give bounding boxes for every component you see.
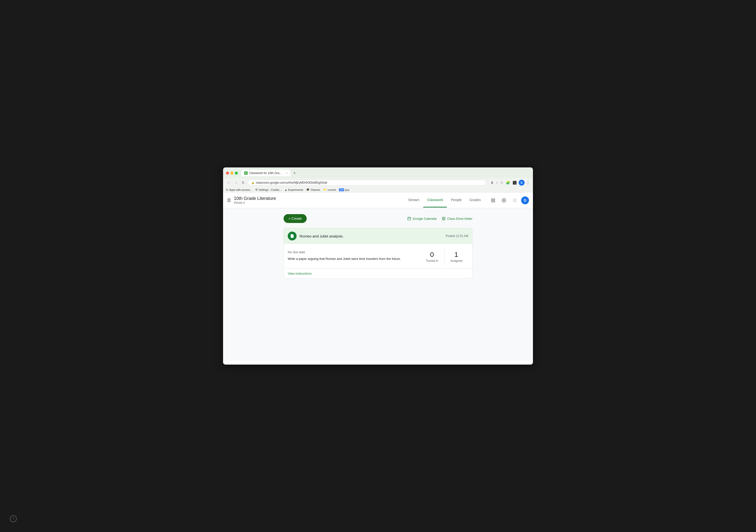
title-bar: C Classwork for 10th Grade Liter… × +	[223, 168, 533, 178]
assignment-text-section: No due date Write a paper arguing that R…	[288, 250, 420, 261]
calendar-view-button[interactable]	[489, 196, 498, 205]
settings-icon: ⚙	[255, 188, 258, 191]
assignment-title: Romeo and Juliet analysis.	[300, 234, 343, 238]
svg-point-9	[515, 200, 515, 200]
turned-in-number: 0	[426, 251, 438, 259]
content-wrapper: + Create Google Calendar Class Drive fol…	[280, 214, 476, 279]
svg-point-6	[515, 199, 515, 199]
hamburger-button[interactable]: ☰	[227, 198, 231, 203]
svg-point-13	[516, 201, 516, 202]
extension-icon[interactable]: 🧩	[505, 180, 511, 185]
svg-point-5	[513, 199, 514, 199]
assignment-title-row: Romeo and Juliet analysis.	[288, 231, 343, 240]
browser-window: C Classwork for 10th Grade Liter… × + ← …	[223, 168, 533, 364]
stat-assigned: 1 Assigned	[444, 249, 468, 265]
assignment-posted: Posted 11:51 AM	[446, 234, 468, 238]
bookmarks-bar: G Apps with access... ⚙ Settings - Cooki…	[223, 187, 533, 193]
assignment-body-inner: No due date Write a paper arguing that R…	[284, 244, 472, 268]
bookmark-experiments[interactable]: ▲ Experiments	[284, 188, 303, 191]
assignment-due-date: No due date	[288, 250, 420, 254]
view-instructions-link[interactable]: View instructions	[284, 269, 315, 278]
assignment-description: Write a paper arguing that Romeo and Jul…	[288, 256, 420, 261]
download-icon[interactable]: ⬇	[490, 180, 494, 185]
svg-point-8	[513, 200, 514, 200]
svg-rect-3	[494, 200, 495, 202]
top-actions: + Create Google Calendar Class Drive fol…	[284, 214, 472, 223]
turned-in-label: Turned in	[426, 259, 438, 263]
stat-turned-in: 0 Turned in	[420, 249, 444, 265]
class-drive-folder-label: Class Drive folder	[447, 217, 472, 221]
tab-bar: C Classwork for 10th Grade Liter… × +	[241, 170, 298, 176]
address-bar-row: ← → ↻ 🔒 classroom.google.com/u/0/w/NjEyM…	[223, 178, 533, 187]
traffic-lights	[226, 172, 238, 174]
bookmark-current-label: current	[328, 188, 336, 191]
share-icon[interactable]: ↑	[496, 180, 498, 185]
fullscreen-traffic-light[interactable]	[235, 172, 238, 174]
assignment-header: Romeo and Juliet analysis. Posted 11:51 …	[284, 228, 472, 244]
bookmark-current[interactable]: 📁 current	[323, 188, 336, 191]
tab-people[interactable]: People	[447, 193, 466, 207]
settings-button[interactable]	[500, 196, 508, 205]
svg-rect-1	[494, 199, 495, 200]
user-avatar-small[interactable]: D	[519, 180, 525, 186]
folder-icon: 📁	[323, 188, 327, 191]
svg-rect-14	[408, 217, 411, 220]
class-info: 10th Grade Literature Period 3	[234, 196, 276, 204]
active-tab[interactable]: C Classwork for 10th Grade Liter… ×	[241, 170, 290, 176]
assignment-icon	[288, 231, 297, 240]
tab-classwork[interactable]: Classwork	[423, 193, 447, 207]
bookmark-settings-label: Settings - Cookie...	[259, 188, 282, 191]
experiments-icon: ▲	[284, 188, 287, 191]
address-actions: ⬇ ↑ ☆ 🧩 ⬛ D ⋮	[490, 180, 530, 186]
url-text: classroom.google.com/u/0/w/NjEyMDI4ODlxM…	[256, 181, 327, 184]
svg-point-11	[513, 201, 514, 202]
google-calendar-link[interactable]: Google Calendar	[407, 217, 437, 221]
svg-point-7	[516, 199, 516, 199]
header-nav: Stream Classwork People Grades	[404, 193, 485, 207]
api-icon: API	[339, 188, 344, 191]
bookmark-gcp[interactable]: API gcp	[339, 188, 349, 191]
close-traffic-light[interactable]	[226, 172, 229, 174]
address-bar[interactable]: 🔒 classroom.google.com/u/0/w/NjEyMDI4ODl…	[248, 180, 486, 186]
google-icon: G	[226, 188, 228, 191]
assigned-number: 1	[450, 251, 462, 259]
bookmark-apps-label: Apps with access...	[229, 188, 252, 191]
quick-links: Google Calendar Class Drive folder	[407, 217, 472, 221]
google-calendar-label: Google Calendar	[413, 217, 437, 221]
svg-point-12	[515, 201, 515, 202]
tab-grades[interactable]: Grades	[466, 193, 485, 207]
bookmark-classes[interactable]: 🎓 Classes	[306, 188, 320, 191]
assignment-card: Romeo and Juliet analysis. Posted 11:51 …	[284, 228, 472, 279]
forward-button[interactable]: →	[233, 180, 239, 185]
bookmark-settings[interactable]: ⚙ Settings - Cookie...	[255, 188, 282, 191]
classes-icon: 🎓	[306, 188, 310, 191]
reload-button[interactable]: ↻	[241, 180, 246, 185]
new-tab-button[interactable]: +	[291, 170, 298, 176]
tab-favicon: C	[244, 171, 248, 175]
assigned-label: Assigned	[450, 259, 462, 263]
create-button[interactable]: + Create	[284, 214, 307, 223]
class-period: Period 3	[234, 201, 276, 204]
user-avatar[interactable]: D	[521, 197, 529, 204]
tab-close-button[interactable]: ×	[286, 172, 287, 174]
class-name: 10th Grade Literature	[234, 196, 276, 201]
star-icon[interactable]: ☆	[500, 180, 504, 185]
more-options-button[interactable]: ⋮	[526, 180, 530, 185]
sidebar-icon[interactable]: ⬛	[512, 180, 517, 185]
lock-icon: 🔒	[251, 181, 254, 184]
stats-row: 0 Turned in 1 Assigned	[420, 249, 468, 265]
back-button[interactable]: ←	[226, 180, 231, 185]
svg-point-10	[516, 200, 516, 200]
svg-point-4	[503, 200, 505, 201]
class-drive-folder-link[interactable]: Class Drive folder	[442, 217, 472, 221]
svg-rect-0	[491, 199, 493, 200]
bookmark-experiments-label: Experiments	[288, 188, 303, 191]
google-apps-button[interactable]	[510, 196, 519, 205]
classroom-header: ☰ 10th Grade Literature Period 3 Stream …	[223, 193, 533, 208]
minimize-traffic-light[interactable]	[230, 172, 233, 174]
app-content: ☰ 10th Grade Literature Period 3 Stream …	[223, 193, 533, 364]
bookmark-apps[interactable]: G Apps with access...	[226, 188, 252, 191]
tab-stream[interactable]: Stream	[404, 193, 423, 207]
tab-title: Classwork for 10th Grade Liter…	[249, 171, 283, 175]
main-content: + Create Google Calendar Class Drive fol…	[223, 208, 533, 361]
